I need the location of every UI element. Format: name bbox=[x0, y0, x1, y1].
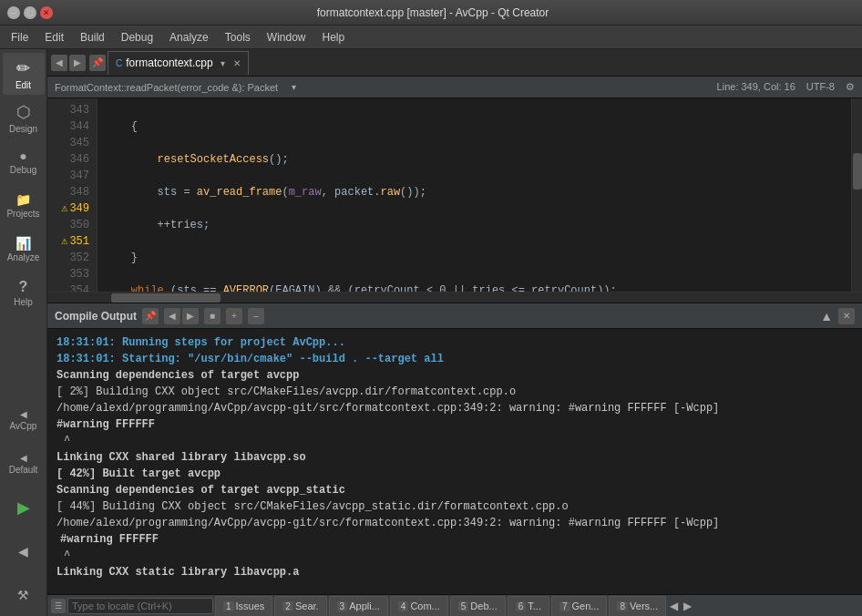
code-line-348: while (sts == AVERROR(EAGAIN) && (retryC… bbox=[105, 282, 855, 292]
sidebar-item-help[interactable]: ? Help bbox=[3, 272, 45, 313]
status-tab-t6[interactable]: 6 T... bbox=[508, 596, 549, 616]
breadcrumb-dropdown[interactable]: ▾ bbox=[287, 81, 300, 94]
panel-collapse-button[interactable]: ▲ bbox=[820, 309, 833, 323]
sidebar-analyze-label: Analyze bbox=[7, 252, 40, 262]
breadcrumb-bar: FormatContext::readPacket(error_code &):… bbox=[47, 77, 862, 98]
sidebar-help-label: Help bbox=[14, 297, 33, 307]
vertical-scrollbar[interactable] bbox=[851, 98, 862, 292]
menu-debug[interactable]: Debug bbox=[114, 29, 160, 46]
close-button[interactable]: ✕ bbox=[40, 6, 53, 19]
sidebar-edit-label: Edit bbox=[15, 80, 31, 90]
sidebar-item-avcpp[interactable]: ◀ AvCpp bbox=[3, 399, 45, 441]
co-line-8: Linking CXX shared library libavcpp.so bbox=[56, 449, 853, 466]
line-354: 354 bbox=[47, 282, 97, 292]
design-icon: ⬡ bbox=[16, 102, 31, 122]
menu-window[interactable]: Window bbox=[260, 29, 313, 46]
menu-tools[interactable]: Tools bbox=[218, 29, 258, 46]
window-title: formatcontext.cpp [master] - AvCpp - Qt … bbox=[53, 6, 813, 19]
sidebar-build-button[interactable]: ⚒ bbox=[3, 574, 45, 616]
editor-tab-formatcontext[interactable]: C formatcontext.cpp ▾ ✕ bbox=[108, 51, 249, 75]
breadcrumb-function: FormatContext::readPacket(error_code &):… bbox=[55, 82, 278, 93]
avcpp-icon: ◀ bbox=[20, 409, 27, 419]
menu-help[interactable]: Help bbox=[315, 29, 353, 46]
code-line-345: sts = av_read_frame(m_raw, packet.raw())… bbox=[105, 184, 855, 200]
help-icon: ? bbox=[19, 279, 28, 295]
sidebar-design-label: Design bbox=[9, 124, 37, 134]
line-353: 353 bbox=[47, 266, 97, 282]
status-tab-appli[interactable]: 3 Appli... bbox=[329, 596, 388, 616]
status-arrow-next[interactable]: ▶ bbox=[682, 600, 693, 612]
sidebar-item-edit[interactable]: ✏ Edit bbox=[3, 53, 45, 95]
menu-build[interactable]: Build bbox=[73, 29, 112, 46]
compile-output-header: Compile Output 📌 ◀ ▶ ■ + – ▲ ✕ bbox=[47, 303, 862, 329]
co-line-7: ^ bbox=[56, 433, 853, 449]
sidebar-item-default[interactable]: ◀ Default bbox=[3, 443, 45, 485]
line-345: 345 bbox=[47, 135, 97, 151]
co-line-14: ^ bbox=[56, 548, 853, 564]
status-tab-search[interactable]: 2 Sear. bbox=[274, 596, 326, 616]
co-line-1: 18:31:01: Running steps for project AvCp… bbox=[56, 334, 853, 351]
sidebar-item-design[interactable]: ⬡ Design bbox=[3, 97, 45, 139]
default-icon: ◀ bbox=[20, 453, 27, 463]
status-arrow-prev[interactable]: ◀ bbox=[668, 600, 680, 612]
h-scrollbar-thumb bbox=[111, 293, 221, 303]
nav-back-button[interactable]: ◀ bbox=[51, 55, 67, 71]
status-tab-gen[interactable]: 7 Gen... bbox=[551, 596, 608, 616]
panel-remove-button[interactable]: – bbox=[248, 308, 264, 324]
status-tab-deb[interactable]: 5 Deb... bbox=[450, 596, 506, 616]
build-icon: ⚒ bbox=[17, 588, 29, 602]
menubar: File Edit Build Debug Analyze Tools Wind… bbox=[0, 26, 862, 49]
avcpp-label: AvCpp bbox=[10, 421, 37, 431]
scrollbar-thumb bbox=[853, 153, 862, 190]
nav-forward-button[interactable]: ▶ bbox=[69, 55, 86, 71]
line-col-info: Line: 349, Col: 16 bbox=[717, 81, 795, 93]
panel-stop-button[interactable]: ■ bbox=[204, 308, 221, 324]
menu-edit[interactable]: Edit bbox=[37, 29, 71, 46]
panel-nav-prev[interactable]: ◀ bbox=[164, 308, 180, 324]
code-editor[interactable]: 343 344 345 346 347 348 349 350 351 352 … bbox=[47, 98, 862, 292]
panel-nav-next[interactable]: ▶ bbox=[182, 308, 199, 324]
code-line-344: resetSocketAccess(); bbox=[105, 151, 855, 168]
maximize-button[interactable]: □ bbox=[24, 6, 36, 19]
tab-close-button[interactable]: ✕ bbox=[233, 58, 241, 68]
line-348: 348 bbox=[47, 184, 97, 200]
analyze-icon: 📊 bbox=[15, 236, 31, 251]
step-icon: ◀ bbox=[18, 544, 28, 559]
compile-output-content: 18:31:01: Running steps for project AvCp… bbox=[47, 329, 862, 594]
tab-dropdown-button[interactable]: ▾ bbox=[217, 56, 230, 69]
pin-button[interactable]: 📌 bbox=[89, 55, 106, 71]
line-343: 343 bbox=[47, 102, 97, 118]
sidebar-item-projects[interactable]: 📁 Projects bbox=[3, 184, 45, 226]
minimize-button[interactable]: – bbox=[7, 6, 20, 19]
horizontal-scrollbar[interactable] bbox=[47, 292, 862, 303]
panel-pin-button[interactable]: 📌 bbox=[142, 308, 159, 324]
panel-close-button[interactable]: ✕ bbox=[838, 308, 855, 324]
co-line-6: #warning FFFFFF bbox=[56, 416, 853, 433]
sidebar-projects-label: Projects bbox=[6, 209, 39, 219]
sidebar-run-button[interactable]: ▶ bbox=[3, 487, 45, 529]
menu-analyze[interactable]: Analyze bbox=[162, 29, 216, 46]
sidebar-debug-label: Debug bbox=[10, 165, 36, 175]
code-line-346: ++tries; bbox=[105, 217, 855, 233]
panel-add-button[interactable]: + bbox=[226, 308, 242, 324]
edit-icon: ✏ bbox=[16, 58, 30, 78]
tab-label: formatcontext.cpp bbox=[126, 56, 212, 69]
locate-input[interactable] bbox=[67, 598, 213, 614]
line-344: 344 bbox=[47, 118, 97, 135]
editor-tabbar: ◀ ▶ 📌 C formatcontext.cpp ▾ ✕ bbox=[47, 49, 862, 77]
line-352: 352 bbox=[47, 250, 97, 266]
code-line-347: } bbox=[105, 250, 855, 266]
titlebar: – □ ✕ formatcontext.cpp [master] - AvCpp… bbox=[0, 0, 862, 26]
status-tab-com[interactable]: 4 Com... bbox=[390, 596, 448, 616]
co-line-9: [ 42%] Built target avcpp bbox=[56, 466, 853, 482]
sidebar-step-button[interactable]: ◀ bbox=[3, 530, 45, 572]
status-tab-vers[interactable]: 8 Vers... bbox=[609, 596, 666, 616]
sidebar-item-debug[interactable]: ● Debug bbox=[3, 140, 45, 182]
line-349: 349 bbox=[47, 200, 97, 217]
menu-file[interactable]: File bbox=[4, 29, 36, 46]
sidebar-item-analyze[interactable]: 📊 Analyze bbox=[3, 228, 45, 270]
co-line-13: #warning FFFFFF bbox=[56, 531, 853, 548]
code-content: { resetSocketAccess(); sts = av_read_fra… bbox=[97, 98, 862, 292]
status-tab-issues[interactable]: 1 Issues bbox=[215, 596, 272, 616]
bottom-panel: Compile Output 📌 ◀ ▶ ■ + – ▲ ✕ 18:31:01:… bbox=[47, 303, 862, 594]
